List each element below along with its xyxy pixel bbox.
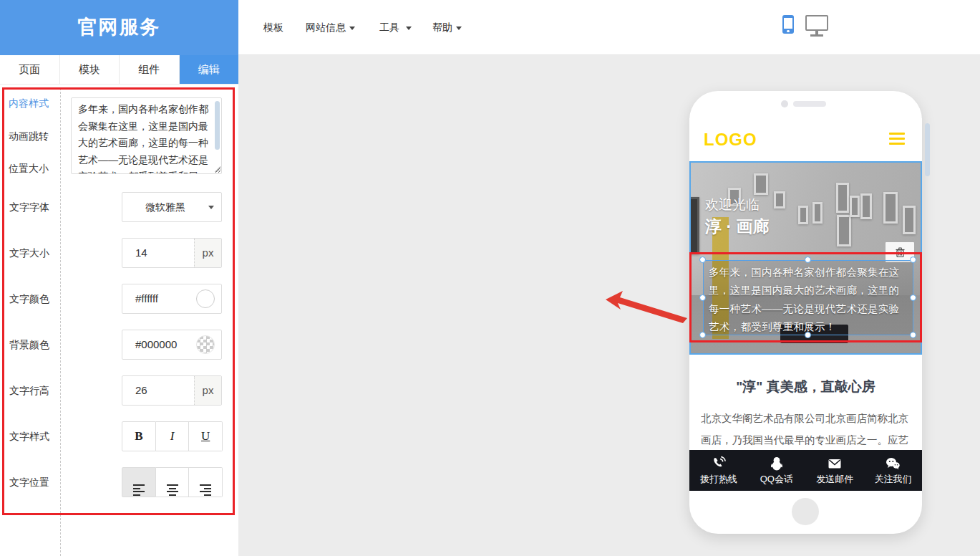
section-heading: "淳" 真美感，直敲心房 <box>689 378 922 396</box>
italic-button[interactable]: I <box>156 421 190 451</box>
textarea-scrollbar[interactable] <box>215 101 220 150</box>
text-style-label: 文字样式 <box>9 421 61 451</box>
line-height-input[interactable]: 26 px <box>122 375 222 406</box>
phone-speaker-bar <box>793 101 826 107</box>
align-right-button[interactable] <box>189 467 223 497</box>
page: 官网服务 模板 网站信息 工具 帮助 页面 模块 组件 编辑 内容样式 动画跳转 <box>0 0 980 556</box>
picture-frame <box>754 173 768 195</box>
mail-icon <box>827 456 843 471</box>
resize-handle[interactable] <box>699 294 706 301</box>
picture-frame <box>812 202 823 224</box>
textarea-resize-handle[interactable] <box>215 166 220 172</box>
line-height-unit: px <box>194 376 221 405</box>
bg-color-input[interactable]: #000000 <box>122 330 222 360</box>
align-right-icon <box>200 484 211 496</box>
font-family-value: 微软雅黑 <box>122 193 221 221</box>
panel-nav-position-size[interactable]: 位置大小 <box>9 163 49 176</box>
mobile-footer-bar: 拨打热线 QQ会话 发送邮件 <box>689 450 922 491</box>
resize-handle[interactable] <box>910 294 916 301</box>
bg-color-swatch[interactable] <box>196 335 215 354</box>
topbar: 模板 网站信息 工具 帮助 <box>238 0 980 55</box>
text-color-swatch[interactable] <box>196 289 215 308</box>
line-height-value: 26 <box>135 376 147 405</box>
resize-handle[interactable] <box>805 257 811 263</box>
picture-frame <box>837 215 851 246</box>
align-left-icon <box>133 484 145 496</box>
preview-scrollbar-thumb[interactable] <box>925 123 930 176</box>
resize-handle[interactable] <box>699 257 706 263</box>
align-left-button[interactable] <box>122 467 156 497</box>
chevron-down-icon <box>208 206 214 209</box>
phone-speaker-dot <box>781 100 788 107</box>
phone-call-icon <box>711 456 727 471</box>
wechat-icon <box>885 456 901 471</box>
font-size-label: 文字大小 <box>9 238 61 268</box>
font-family-select[interactable]: 微软雅黑 <box>122 192 222 222</box>
tab-page[interactable]: 页面 <box>0 55 60 84</box>
brand-title: 官网服务 <box>0 0 238 55</box>
font-size-value: 14 <box>135 239 147 267</box>
editor-panel: 内容样式 动画跳转 位置大小 多年来，国内各种名家创作都会聚集在这里，这里是国内… <box>0 85 238 556</box>
mobile-header: LOGO <box>689 118 922 161</box>
phone-home-button[interactable] <box>792 498 819 525</box>
picture-frame <box>883 192 898 224</box>
footer-item-hotline[interactable]: 拨打热线 <box>689 450 747 491</box>
chevron-down-icon <box>349 27 355 30</box>
resize-handle[interactable] <box>805 332 811 338</box>
nav-item-tools[interactable]: 工具 <box>379 19 412 37</box>
resize-handle[interactable] <box>699 332 706 338</box>
footer-item-wechat[interactable]: 关注我们 <box>864 450 922 491</box>
nav-item-help[interactable]: 帮助 <box>432 19 462 37</box>
hero-overlay-text: 多年来，国内各种名家创作都会聚集在这里，这里是国内最大的艺术画廊，这里的每一种艺… <box>704 261 913 340</box>
picture-frame <box>689 197 699 254</box>
nav-item-site-info[interactable]: 网站信息 <box>306 19 355 37</box>
content-text-area-wrap: 多年来，国内各种名家创作都会聚集在这里，这里是国内最大的艺术画廊，这里的每一种艺… <box>71 97 222 174</box>
text-align-label: 文字位置 <box>9 467 61 497</box>
selected-text-block[interactable]: 多年来，国内各种名家创作都会聚集在这里，这里是国内最大的艺术画廊，这里的每一种艺… <box>703 260 913 335</box>
hamburger-menu-icon[interactable] <box>889 133 905 148</box>
resize-handle[interactable] <box>910 332 916 338</box>
picture-frame <box>903 206 916 234</box>
picture-frame <box>860 193 872 219</box>
hero-welcome-text: 欢迎光临 <box>705 196 760 214</box>
picture-frame <box>774 191 785 208</box>
picture-frame <box>836 183 849 213</box>
text-color-label: 文字颜色 <box>9 284 61 314</box>
chevron-down-icon <box>456 27 462 30</box>
chevron-down-icon <box>406 27 412 30</box>
phone-mockup: LOGO 欢迎光临 淳 · 画廊 <box>689 91 922 534</box>
tab-edit[interactable]: 编辑 <box>180 55 239 84</box>
picture-frame <box>850 196 860 217</box>
resize-handle[interactable] <box>910 257 916 263</box>
align-center-button[interactable] <box>156 467 190 497</box>
trash-icon <box>895 246 906 258</box>
font-family-label: 文字字体 <box>9 192 61 222</box>
bg-color-label: 背景颜色 <box>9 330 61 360</box>
panel-nav-content-style[interactable]: 内容样式 <box>9 97 49 110</box>
hero-title-text: 淳 · 画廊 <box>705 216 769 238</box>
panel-nav-animation-link[interactable]: 动画跳转 <box>9 130 49 143</box>
device-toggle <box>782 15 828 34</box>
annotation-arrow <box>603 289 689 326</box>
underline-button[interactable]: U <box>189 421 223 451</box>
side-tabs: 页面 模块 组件 编辑 <box>0 55 238 85</box>
tab-module[interactable]: 模块 <box>60 55 120 84</box>
font-size-unit: px <box>194 239 221 267</box>
footer-item-qq[interactable]: QQ会话 <box>747 450 805 491</box>
smartphone-icon[interactable] <box>782 15 794 34</box>
tab-component[interactable]: 组件 <box>120 55 180 84</box>
align-center-icon <box>167 484 178 496</box>
text-color-input[interactable]: #ffffff <box>122 284 222 314</box>
qq-icon <box>769 456 785 471</box>
content-text-input[interactable]: 多年来，国内各种名家创作都会聚集在这里，这里是国内最大的艺术画廊，这里的每一种艺… <box>71 97 222 174</box>
text-color-value: #ffffff <box>135 284 158 313</box>
section-body-text: 北京文华阁艺术品有限公司北京画店简称北京画店，乃我国当代最早的专业画店之一。应艺… <box>701 408 911 451</box>
bg-color-value: #000000 <box>135 330 177 359</box>
nav-item-templates[interactable]: 模板 <box>263 19 283 37</box>
monitor-icon[interactable] <box>805 15 828 31</box>
font-size-input[interactable]: 14 px <box>122 238 222 268</box>
site-logo[interactable]: LOGO <box>704 130 757 150</box>
bold-button[interactable]: B <box>122 421 156 451</box>
footer-item-mail[interactable]: 发送邮件 <box>806 450 864 491</box>
line-height-label: 文字行高 <box>9 375 61 406</box>
